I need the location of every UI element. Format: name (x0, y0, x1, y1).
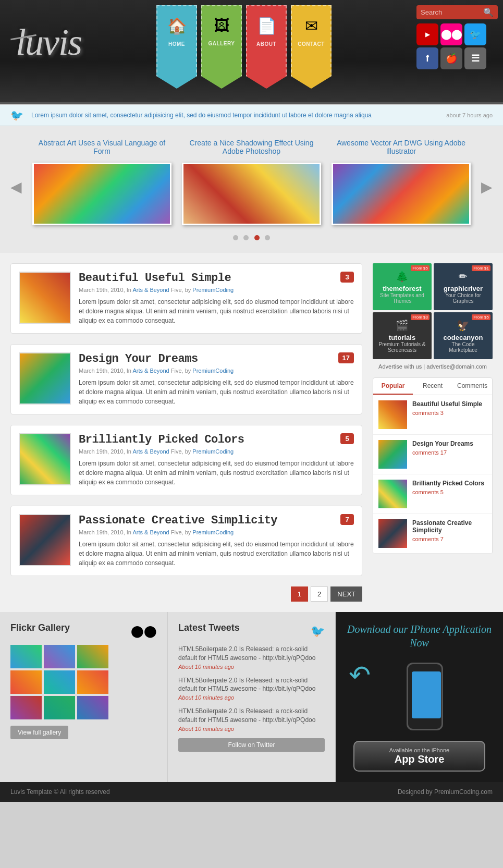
flickr-icon[interactable]: ⬤⬤ (440, 23, 462, 45)
facebook-icon[interactable]: f (416, 47, 438, 69)
page-next-button[interactable]: NEXT (330, 586, 362, 602)
nav-gallery-label: GALLERY (208, 41, 235, 46)
rss-icon[interactable]: ☰ (464, 47, 486, 69)
post-title-1[interactable]: Beautiful Useful Simple (79, 272, 231, 285)
slider-nav-area: ◀ Abstract Art Uses a Visual Language of… (10, 137, 493, 225)
ticker-time: about 7 hours ago (446, 112, 493, 118)
flickr-thumb-1[interactable] (10, 645, 42, 668)
flickr-thumb-6[interactable] (77, 670, 108, 694)
sidebar-post-title-4[interactable]: Passionate Creative Simplicity (412, 519, 487, 534)
dot-3[interactable] (254, 235, 260, 240)
sidebar-post-title-3[interactable]: Brilliantly Picked Colors (412, 480, 484, 487)
appstore-button[interactable]: Available on the iPhone App Store (353, 741, 485, 772)
nav-gallery[interactable]: 🖼 GALLERY (201, 0, 242, 89)
tweet-time-1: About 10 minutes ago (178, 664, 325, 670)
sidebar-post-title-2[interactable]: Design Your Dreams (412, 440, 473, 447)
tweet-time-3: About 10 minutes ago (178, 726, 325, 732)
post-author-link-4[interactable]: PremiumCoding (192, 529, 234, 535)
youtube-icon[interactable]: ▶ (416, 23, 438, 45)
social-grid: ▶ ⬤⬤ 🐦 f 🍎 ☰ (416, 23, 498, 69)
apple-icon[interactable]: 🍎 (440, 47, 462, 69)
slider-prev-button[interactable]: ◀ (10, 137, 22, 195)
flickr-thumb-2[interactable] (44, 645, 75, 668)
post-cat-link-2[interactable]: Arts & Beyond (132, 368, 169, 374)
search-input[interactable] (421, 8, 483, 16)
post-cat-link-1[interactable]: Arts & Beyond (132, 287, 169, 293)
slider-next-button[interactable]: ▶ (481, 137, 493, 195)
flickr-widget: Flickr Gallery ⬤⬤ View full gallery (0, 612, 168, 782)
post-title-2[interactable]: Design Your Dreams (79, 352, 198, 365)
ad-codecanyon[interactable]: From $5 🦅 codecanyon The Code Marketplac… (434, 312, 493, 359)
post-cat-link-3[interactable]: Arts & Beyond (132, 448, 169, 455)
iphone-screen (412, 671, 441, 718)
search-button[interactable]: 🔍 (483, 7, 494, 17)
ad-graphicriver[interactable]: From $1 ✏ graphicriver Your Choice for G… (434, 263, 493, 310)
nav-contact-label: CONTACT (298, 41, 325, 47)
flickr-logo: ⬤⬤ (131, 625, 157, 638)
post-author-link-3[interactable]: PremiumCoding (192, 448, 234, 455)
post-card-1: Beautiful Useful Simple 3 March 19th, 20… (10, 263, 362, 334)
gallery-icon: 🖼 (214, 17, 229, 34)
main-wrapper: Beautiful Useful Simple 3 March 19th, 20… (0, 253, 503, 612)
post-title-3[interactable]: Brilliantly Picked Colors (79, 433, 244, 446)
slider-item-2-title: Create a Nice Shadowing Effect Using Ado… (182, 137, 321, 157)
post-meta-2: March 19th, 2010, In Arts & Beyond Five,… (79, 368, 354, 374)
nav-contact[interactable]: ✉ CONTACT (291, 0, 332, 89)
post-author-link-2[interactable]: PremiumCoding (192, 368, 234, 374)
footer-copyright: Luvis Template © All rights reserved (10, 788, 110, 796)
slider-item-3: Awesome Vector Art DWG Using Adobe Illus… (332, 137, 471, 225)
flickr-thumb-3[interactable] (77, 645, 108, 668)
sidebar-post-title-1[interactable]: Beautiful Useful Simple (412, 400, 482, 408)
ad-tutorials[interactable]: From $3 🎬 tutorials Premium Tutorials & … (373, 312, 432, 359)
sidebar-thumb-4 (378, 519, 407, 548)
codecanyon-icon: 🦅 (457, 319, 470, 332)
page-btn-2[interactable]: 2 (311, 586, 328, 602)
comment-badge-4: 7 (340, 514, 354, 525)
comment-badge-3: 5 (340, 433, 354, 444)
ad-badge-2: From $1 (472, 265, 490, 271)
flickr-thumb-7[interactable] (10, 696, 42, 719)
sidebar-post-comments-3: comments 5 (412, 489, 484, 495)
sidebar-thumb-1 (378, 400, 407, 429)
iphone-graphic: ↷ (346, 655, 493, 738)
post-author-link-1[interactable]: PremiumCoding (192, 287, 234, 293)
dot-4[interactable] (265, 235, 270, 240)
tweet-time-2: About 10 minutes ago (178, 694, 325, 701)
arrow-icon: ↷ (349, 660, 371, 690)
post-excerpt-4: Lorem ipsum dolor sit amet, consectetur … (79, 540, 354, 568)
ad-sub-3: Premium Tutorials & Screencasts (376, 341, 428, 353)
contact-icon: ✉ (305, 17, 318, 35)
tutorials-icon: 🎬 (396, 319, 409, 332)
pagination: 1 2 NEXT (10, 586, 362, 602)
slider-item-1: Abstract Art Uses a Visual Language of F… (32, 137, 171, 225)
post-title-4[interactable]: Passionate Creative Simplicity (79, 514, 277, 527)
nav-about[interactable]: 📄 ABOUT (246, 0, 287, 89)
flickr-thumb-5[interactable] (44, 670, 75, 694)
tab-popular[interactable]: Popular (373, 378, 413, 395)
twitter-icon[interactable]: 🐦 (464, 23, 486, 45)
dot-2[interactable] (243, 235, 249, 240)
tab-recent[interactable]: Recent (413, 378, 452, 395)
flickr-thumb-4[interactable] (10, 670, 42, 694)
ad-badge-1: From $5 (411, 265, 430, 271)
flickr-thumb-8[interactable] (44, 696, 75, 719)
search-bar[interactable]: 🔍 (416, 5, 498, 19)
ad-sub-4: The Code Marketplace (437, 341, 489, 353)
iphone-device (407, 663, 443, 730)
ad-themeforest[interactable]: From $5 🌲 themeforest Site Templates and… (373, 263, 432, 310)
slider-thumb-3 (332, 163, 471, 225)
nav-home[interactable]: 🏠 HOME (156, 0, 197, 89)
page-btn-1[interactable]: 1 (291, 586, 308, 602)
flickr-thumb-9[interactable] (77, 696, 108, 719)
ad-name-2: graphicriver (444, 285, 483, 292)
post-card-2: Design Your Dreams 17 March 19th, 2010, … (10, 344, 362, 414)
follow-twitter-button[interactable]: Follow on Twitter (178, 738, 325, 752)
tab-comments[interactable]: Comments (452, 378, 492, 395)
post-cat-link-4[interactable]: Arts & Beyond (132, 529, 169, 535)
post-thumb-3 (19, 433, 71, 485)
dot-1[interactable] (233, 235, 238, 240)
post-title-row-4: Passionate Creative Simplicity 7 (79, 514, 354, 527)
flickr-header: Flickr Gallery ⬤⬤ (10, 622, 157, 640)
view-gallery-button[interactable]: View full gallery (10, 726, 68, 739)
sidebar-post-comments-1: comments 3 (412, 410, 482, 416)
